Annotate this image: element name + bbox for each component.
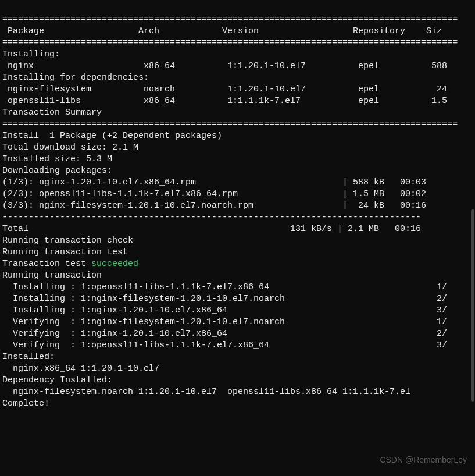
terminal-line: openssl11-libs x86_64 1:1.1.1k-7.el7 epe… — [2, 95, 473, 107]
terminal-line: Installing : 1:nginx-1.20.1-10.el7.x86_6… — [2, 305, 473, 317]
terminal-line: Installing : 1:nginx-filesystem-1.20.1-1… — [2, 293, 473, 305]
terminal-line: (1/3): nginx-1.20.1-10.el7.x86_64.rpm | … — [2, 177, 473, 189]
terminal-line: Running transaction check — [2, 235, 473, 247]
terminal-line: Installed size: 5.3 M — [2, 154, 473, 165]
terminal-line: Total download size: 2.1 M — [2, 142, 473, 154]
terminal-line: Verifying : 1:openssl11-libs-1.1.1k-7.el… — [2, 340, 473, 351]
terminal-line: nginx x86_64 1:1.20.1-10.el7 epel 588 — [2, 61, 473, 72]
terminal-line: Installing: — [2, 49, 473, 61]
scrollbar[interactable] — [470, 0, 475, 476]
terminal-line: Verifying : 1:nginx-filesystem-1.20.1-10… — [2, 317, 473, 328]
terminal-line: Installing for dependencies: — [2, 72, 473, 84]
terminal-line: ========================================… — [2, 37, 473, 49]
terminal-line: nginx-filesystem.noarch 1:1.20.1-10.el7 … — [2, 386, 473, 398]
status-succeeded: succeeded — [91, 259, 138, 269]
terminal-output: ========================================… — [0, 0, 475, 424]
terminal-line: Transaction Summary — [2, 107, 473, 119]
terminal-line: Running transaction test — [2, 247, 473, 258]
watermark: CSDN @RememberLey — [380, 454, 467, 466]
terminal-line: Downloading packages: — [2, 165, 473, 177]
terminal-line: nginx.x86_64 1:1.20.1-10.el7 — [2, 363, 473, 375]
terminal-line: Install 1 Package (+2 Dependent packages… — [2, 130, 473, 142]
terminal-line: Total 131 kB/s | 2.1 MB 00:16 — [2, 223, 473, 235]
terminal-line: Installing : 1:openssl11-libs-1.1.1k-7.e… — [2, 282, 473, 293]
terminal-line: (3/3): nginx-filesystem-1.20.1-10.el7.no… — [2, 200, 473, 212]
terminal-line: Transaction test succeeded — [2, 258, 473, 270]
terminal-line: Installed: — [2, 351, 473, 363]
scrollbar-thumb[interactable] — [471, 209, 474, 402]
terminal-line: Dependency Installed: — [2, 375, 473, 386]
terminal-line: Running transaction — [2, 270, 473, 282]
terminal-line: ========================================… — [2, 14, 473, 26]
terminal-line: ----------------------------------------… — [2, 212, 473, 223]
terminal-line: Verifying : 1:nginx-1.20.1-10.el7.x86_64… — [2, 328, 473, 340]
terminal-line: Complete! — [2, 398, 473, 410]
terminal-line: ========================================… — [2, 119, 473, 130]
terminal-line: nginx-filesystem noarch 1:1.20.1-10.el7 … — [2, 84, 473, 95]
terminal-line: (2/3): openssl11-libs-1.1.1k-7.el7.x86_6… — [2, 189, 473, 200]
terminal-line: Package Arch Version Repository Siz — [2, 26, 473, 37]
